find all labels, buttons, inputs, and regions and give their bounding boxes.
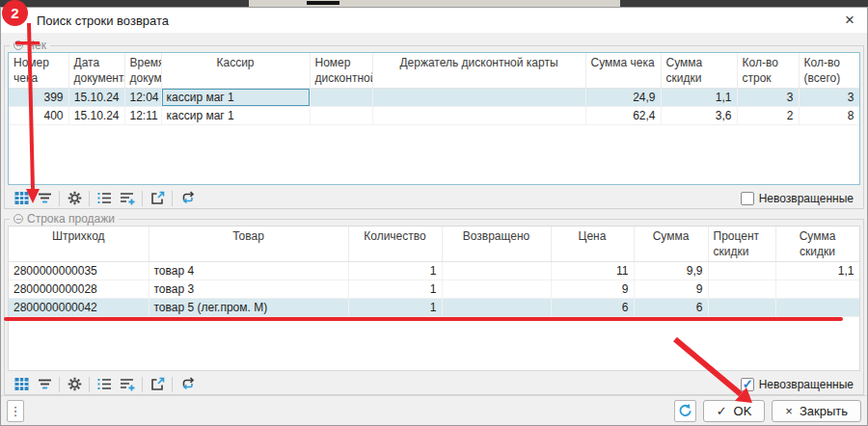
cell-quantity[interactable]: 1 xyxy=(348,299,442,317)
sale-row-3-selected[interactable]: 2800000000042 товар 5 (лег.пром. М) 1 6 … xyxy=(9,299,859,317)
cell-discount-sum[interactable]: 1,1 xyxy=(775,262,859,280)
cell-receipt-number[interactable]: 400 xyxy=(9,107,68,125)
toolbar-separator xyxy=(59,191,60,206)
col-line-count[interactable]: Кол-во строк xyxy=(737,53,799,89)
open-in-window-button[interactable] xyxy=(146,188,169,209)
cell-price[interactable]: 11 xyxy=(551,262,634,280)
col-returned[interactable]: Возвращено xyxy=(442,226,551,262)
cell-document-time[interactable]: 12:04 xyxy=(124,89,161,107)
col-discount-total[interactable]: Сумма скидки xyxy=(661,53,737,89)
unreturned-checkbox-label[interactable]: Невозвращенные xyxy=(759,378,854,391)
numbered-list-button[interactable] xyxy=(93,374,116,395)
cell-discount-percent[interactable] xyxy=(708,280,775,299)
cell-product[interactable]: товар 5 (лег.пром. М) xyxy=(149,299,348,317)
col-price[interactable]: Цена xyxy=(551,226,634,262)
refresh-icon xyxy=(677,403,692,418)
col-line-count-total[interactable]: Кол-во (всего) xyxy=(799,53,859,89)
open-in-window-button[interactable] xyxy=(146,374,169,395)
col-receipt-total[interactable]: Сумма чека xyxy=(585,53,661,89)
cell-barcode[interactable]: 2800000000042 xyxy=(9,299,149,317)
cell-discount-total[interactable]: 3,6 xyxy=(661,107,737,125)
cell-discount-percent[interactable] xyxy=(708,299,775,317)
col-receipt-number[interactable]: Номер чека xyxy=(9,53,68,89)
ok-button[interactable]: ✓ OK xyxy=(703,400,766,422)
cell-discount-sum[interactable] xyxy=(775,299,859,317)
x-icon: × xyxy=(785,404,793,418)
col-barcode[interactable]: Штрихкод xyxy=(9,226,149,262)
cell-discount-total[interactable]: 1,1 xyxy=(661,89,737,107)
more-button[interactable]: ⋮ xyxy=(7,400,24,422)
repeat-button[interactable] xyxy=(176,374,199,395)
unreturned-checkbox-label[interactable]: Невозвращенные xyxy=(759,192,854,205)
col-cashier[interactable]: Кассир xyxy=(161,53,310,89)
cell-returned[interactable] xyxy=(442,262,551,280)
grid-view-button[interactable] xyxy=(10,188,33,209)
col-discount-card-number[interactable]: Номер дисконтной xyxy=(310,53,372,89)
cell-product[interactable]: товар 4 xyxy=(149,262,348,280)
cell-price[interactable]: 9 xyxy=(551,280,634,299)
cell-discount-card-number[interactable] xyxy=(310,89,372,107)
sale-line-group: Строка продажи Штрихкод Товар Количество… xyxy=(4,219,864,395)
repeat-button[interactable] xyxy=(176,188,199,209)
cell-price[interactable]: 6 xyxy=(551,299,634,317)
cell-sum[interactable]: 9,9 xyxy=(634,262,708,280)
numbered-list-button[interactable] xyxy=(93,188,116,209)
cell-discount-sum[interactable] xyxy=(775,280,859,299)
col-discount-sum[interactable]: Сумма скидки xyxy=(775,226,859,262)
col-document-time[interactable]: Время докуме xyxy=(124,53,161,89)
cell-discount-card-holder[interactable] xyxy=(372,107,585,125)
unreturned-checkbox[interactable] xyxy=(741,378,754,391)
cell-barcode[interactable]: 2800000000028 xyxy=(9,280,149,299)
cell-document-time[interactable]: 12:11 xyxy=(124,107,161,125)
cell-line-count[interactable]: 3 xyxy=(737,89,799,107)
close-button[interactable]: × Закрыть xyxy=(772,400,861,422)
cell-line-count[interactable]: 2 xyxy=(737,107,799,125)
collapse-icon[interactable] xyxy=(14,40,23,50)
cell-returned[interactable] xyxy=(442,299,551,317)
collapse-icon[interactable] xyxy=(14,214,23,224)
receipt-row-399[interactable]: 399 15.10.24 12:04 кассир маг 1 24,9 1,1… xyxy=(9,89,859,107)
cell-discount-percent[interactable] xyxy=(708,262,775,280)
cell-document-date[interactable]: 15.10.24 xyxy=(68,107,124,125)
cell-receipt-total[interactable]: 24,9 xyxy=(585,89,661,107)
sale-row-2[interactable]: 2800000000028 товар 3 1 9 9 xyxy=(9,280,859,299)
cell-document-date[interactable]: 15.10.24 xyxy=(68,89,124,107)
filter-button[interactable] xyxy=(33,374,56,395)
col-quantity[interactable]: Количество xyxy=(348,226,442,262)
add-to-list-button[interactable] xyxy=(116,374,139,395)
cell-cashier[interactable]: кассир маг 1 xyxy=(161,107,310,125)
cell-product[interactable]: товар 3 xyxy=(149,280,348,299)
cell-sum[interactable]: 9 xyxy=(634,280,708,299)
window-close-button[interactable]: × xyxy=(839,10,860,31)
settings-button[interactable] xyxy=(63,188,86,209)
col-discount-card-holder[interactable]: Держатель дисконтной карты xyxy=(372,53,585,89)
cell-line-count-total[interactable]: 3 xyxy=(799,89,859,107)
refresh-button[interactable] xyxy=(674,400,696,422)
filter-icon xyxy=(37,376,53,392)
unreturned-checkbox[interactable] xyxy=(741,192,754,205)
cell-quantity[interactable]: 1 xyxy=(348,280,442,299)
col-document-date[interactable]: Дата документа xyxy=(68,53,124,89)
grid-view-button[interactable] xyxy=(10,374,33,395)
cell-returned[interactable] xyxy=(442,280,551,299)
cell-receipt-number[interactable]: 399 xyxy=(9,89,68,107)
cell-sum[interactable]: 6 xyxy=(634,299,708,317)
col-sum[interactable]: Сумма xyxy=(634,226,708,262)
sale-row-1[interactable]: 2800000000035 товар 4 1 11 9,9 1,1 xyxy=(9,262,859,280)
close-icon: × xyxy=(845,11,854,30)
cell-quantity[interactable]: 1 xyxy=(348,262,442,280)
col-product[interactable]: Товар xyxy=(149,226,348,262)
unreturned-checkbox-row-sale[interactable]: Невозвращенные xyxy=(741,378,854,391)
filter-button[interactable] xyxy=(33,188,56,209)
cell-receipt-total[interactable]: 62,4 xyxy=(585,107,661,125)
cell-line-count-total[interactable]: 8 xyxy=(799,107,859,125)
receipt-row-400[interactable]: 400 15.10.24 12:11 кассир маг 1 62,4 3,6… xyxy=(9,107,859,125)
settings-button[interactable] xyxy=(63,374,86,395)
col-discount-percent[interactable]: Процент скидки xyxy=(708,226,775,262)
unreturned-checkbox-row-receipt[interactable]: Невозвращенные xyxy=(741,192,854,205)
cell-barcode[interactable]: 2800000000035 xyxy=(9,262,149,280)
cell-discount-card-number[interactable] xyxy=(310,107,372,125)
add-to-list-button[interactable] xyxy=(116,188,139,209)
cell-cashier-focused[interactable]: кассир маг 1 xyxy=(161,89,310,107)
cell-discount-card-holder[interactable] xyxy=(372,89,585,107)
